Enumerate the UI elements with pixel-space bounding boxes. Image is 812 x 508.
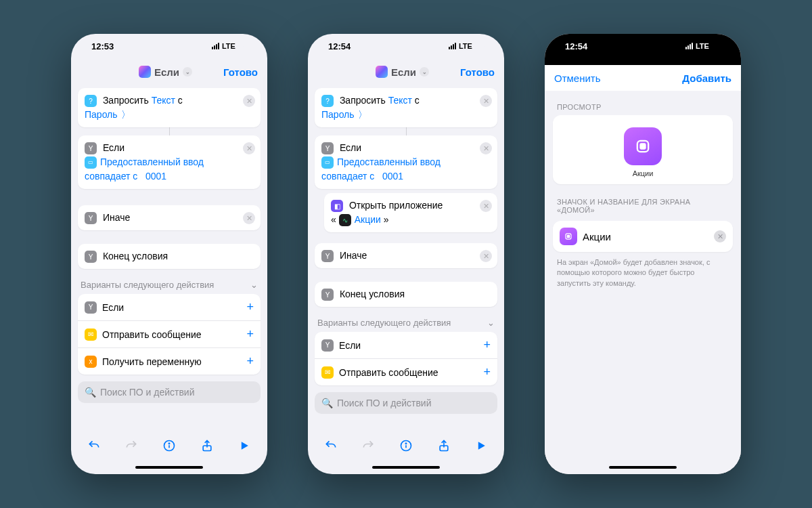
status-time: 12:54 [565, 41, 587, 51]
preview-card: Акции [553, 115, 733, 184]
home-indicator[interactable] [71, 461, 267, 474]
app-name-token[interactable]: Акции [355, 214, 381, 225]
chevron-down-icon[interactable]: ⌄ [420, 67, 429, 77]
suggestions-header[interactable]: Варианты следующего действия ⌄ [315, 311, 497, 332]
chevron-right-icon[interactable]: 〉 [121, 109, 131, 120]
ask-icon: ? [85, 95, 97, 107]
action-end-if[interactable]: Y Конец условия [315, 282, 497, 307]
shortcut-name-input[interactable]: Акции ✕ [553, 221, 733, 252]
close-icon[interactable]: ✕ [480, 200, 492, 212]
action-ask-input[interactable]: ✕ ? Запросить Текст с Пароль 〉 [315, 88, 497, 127]
cancel-button[interactable]: Отменить [554, 72, 601, 84]
suggestion-label: Отправить сообщение [102, 329, 202, 340]
if-value-token[interactable]: 0001 [145, 171, 166, 182]
phone-screen-1: 12:53 LTE 86 Если ⌄ Готово ✕ ? Запросить… [71, 34, 267, 474]
ask-prefix: Запросить [340, 95, 386, 106]
signal-icon [685, 43, 693, 49]
suggestion-send-message[interactable]: ✉ Отправить сообщение + [78, 321, 261, 348]
redo-button [359, 437, 377, 454]
if-icon: Y [321, 339, 334, 352]
ask-suffix: с [178, 95, 183, 106]
redo-button [122, 437, 140, 454]
add-button[interactable]: Добавить [682, 72, 731, 84]
battery-icon: 86 [475, 42, 489, 51]
close-icon[interactable]: ✕ [480, 142, 492, 154]
ask-password-token[interactable]: Пароль [85, 109, 118, 120]
close-icon[interactable]: ✕ [480, 95, 492, 107]
status-right: LTE 86 [685, 42, 726, 51]
share-button[interactable] [198, 437, 216, 454]
if-input-token[interactable]: Предоставленный ввод [337, 156, 441, 167]
action-if[interactable]: ✕ Y Если ▭Предоставленный ввод совпадает… [78, 135, 261, 189]
home-indicator[interactable] [308, 461, 504, 474]
done-button[interactable]: Готово [223, 66, 258, 78]
ask-prefix: Запросить [103, 95, 149, 106]
if-cond-token[interactable]: совпадает с [321, 171, 374, 182]
title-text: Если [391, 66, 416, 78]
action-ask-input[interactable]: ✕ ? Запросить Текст с Пароль 〉 [78, 88, 261, 127]
play-button[interactable] [235, 437, 253, 454]
connector-line [315, 127, 497, 135]
open-app-icon: ◧ [331, 200, 343, 212]
plus-icon[interactable]: + [483, 365, 491, 379]
shortcut-title[interactable]: Если ⌄ [139, 66, 192, 78]
status-time: 12:53 [91, 41, 114, 51]
suggestion-send-message[interactable]: ✉ Отправить сообщение + [315, 359, 497, 385]
search-input[interactable]: 🔍 Поиск ПО и действий [315, 392, 497, 414]
if-value-token[interactable]: 0001 [382, 171, 403, 182]
undo-button[interactable] [322, 437, 340, 454]
plus-icon[interactable]: + [246, 300, 254, 314]
search-input[interactable]: 🔍 Поиск ПО и действий [78, 381, 261, 403]
action-else[interactable]: ✕ Y Иначе [315, 243, 497, 268]
chevron-down-icon[interactable]: ⌄ [183, 67, 192, 77]
input-icon: ▭ [321, 156, 334, 169]
close-icon[interactable]: ✕ [243, 212, 255, 224]
plus-icon[interactable]: + [246, 327, 254, 341]
play-button[interactable] [472, 437, 490, 454]
phone-screen-2: 12:54 LTE 86 Если ⌄ Готово ✕ ? Запросить… [308, 34, 504, 474]
endif-label: Конец условия [340, 289, 405, 299]
open-app-label: Открыть приложение [349, 200, 443, 211]
if-icon: Y [85, 301, 97, 314]
home-indicator[interactable] [545, 461, 741, 474]
suggestion-if[interactable]: Y Если + [315, 332, 497, 359]
close-icon[interactable]: ✕ [480, 250, 492, 262]
plus-icon[interactable]: + [246, 354, 254, 368]
ask-password-token[interactable]: Пароль [321, 109, 355, 120]
endif-icon: Y [321, 289, 334, 301]
plus-icon[interactable]: + [483, 338, 491, 352]
icon-name-section-label: ЗНАЧОК И НАЗВАНИЕ ДЛЯ ЭКРАНА «ДОМОЙ» [553, 194, 733, 218]
preview-section-label: ПРОСМОТР [553, 99, 733, 115]
network-label: LTE [222, 42, 235, 50]
shortcut-icon-small[interactable] [560, 228, 577, 245]
chevron-right-icon[interactable]: 〉 [358, 109, 367, 120]
close-icon[interactable]: ✕ [243, 95, 255, 107]
if-cond-token[interactable]: совпадает с [85, 171, 137, 182]
status-right: LTE 86 [449, 42, 489, 51]
action-end-if[interactable]: Y Конец условия [78, 244, 261, 269]
suggestion-get-variable[interactable]: x Получить переменную + [78, 348, 261, 375]
chevron-down-icon[interactable]: ⌄ [250, 280, 258, 290]
suggestions-header[interactable]: Варианты следующего действия ⌄ [78, 273, 261, 294]
info-button[interactable] [397, 437, 415, 454]
signal-icon [449, 43, 456, 49]
if-input-token[interactable]: Предоставленный ввод [100, 156, 204, 167]
suggestion-if[interactable]: Y Если + [78, 294, 261, 321]
ask-type-token[interactable]: Текст [388, 95, 412, 106]
status-right: LTE 86 [212, 42, 252, 51]
done-button[interactable]: Готово [460, 66, 495, 78]
action-if[interactable]: ✕ Y Если ▭Предоставленный ввод совпадает… [315, 135, 497, 189]
share-button[interactable] [435, 437, 453, 454]
shortcut-title[interactable]: Если ⌄ [376, 66, 429, 78]
action-open-app[interactable]: ✕ ◧ Открыть приложение « ∿Акции » [324, 193, 497, 232]
close-icon[interactable]: ✕ [243, 142, 255, 154]
suggestion-label: Если [102, 302, 124, 313]
shortcut-icon-preview[interactable] [624, 127, 662, 165]
editor-content: ✕ ? Запросить Текст с Пароль 〉 ✕ Y Если … [71, 85, 267, 431]
clear-icon[interactable]: ✕ [714, 230, 726, 242]
undo-button[interactable] [85, 437, 103, 454]
chevron-down-icon[interactable]: ⌄ [487, 318, 495, 328]
info-button[interactable] [160, 437, 178, 454]
ask-type-token[interactable]: Текст [152, 95, 175, 106]
action-else[interactable]: ✕ Y Иначе [78, 205, 261, 230]
